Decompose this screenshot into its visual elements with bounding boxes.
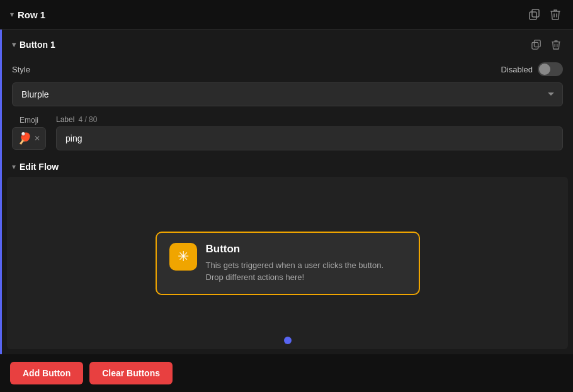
- style-right: Disabled: [501, 62, 563, 76]
- row-delete-button[interactable]: [548, 6, 563, 23]
- button-section: ▾ Button 1 Style: [0, 30, 573, 354]
- add-button[interactable]: Add Button: [10, 362, 83, 384]
- emoji-clear-icon[interactable]: ✕: [34, 134, 40, 143]
- emoji-section: Emoji 🏓 ✕: [12, 116, 46, 150]
- clear-buttons-button[interactable]: Clear Buttons: [89, 362, 173, 384]
- row-chevron-icon[interactable]: ▾: [10, 10, 14, 19]
- row-title: Row 1: [18, 9, 45, 20]
- flow-dot: [284, 337, 292, 344]
- emoji-picker[interactable]: 🏓 ✕: [12, 127, 46, 150]
- flow-button-icon-symbol: ✳: [178, 249, 189, 265]
- emoji-label-row: Emoji 🏓 ✕ Label 4 / 80: [2, 113, 573, 157]
- button-chevron-icon[interactable]: ▾: [12, 40, 16, 49]
- svg-rect-2: [532, 42, 538, 49]
- svg-rect-1: [532, 9, 539, 17]
- label-count: 4 / 80: [78, 115, 97, 124]
- edit-flow-chevron-icon: ▾: [12, 162, 16, 171]
- edit-flow-label: Edit Flow: [20, 162, 59, 172]
- disabled-toggle[interactable]: [538, 62, 563, 76]
- style-select-wrapper: Blurple Grey Green Red Link: [2, 82, 573, 113]
- label-header: Label 4 / 80: [56, 115, 563, 124]
- button-title: Button 1: [20, 40, 55, 50]
- svg-rect-3: [534, 40, 540, 47]
- style-label: Style: [12, 65, 30, 74]
- bottom-bar: Add Button Clear Buttons: [0, 354, 573, 392]
- emoji-text: Emoji: [20, 116, 38, 125]
- label-section: Label 4 / 80: [56, 115, 563, 150]
- label-input[interactable]: [56, 126, 563, 150]
- row-header-actions: [526, 6, 563, 23]
- main-container: ▾ Row 1 ▾ Button 1: [0, 0, 573, 392]
- row-header-left: ▾ Row 1: [10, 9, 45, 20]
- flow-button-title: Button: [206, 243, 406, 255]
- row-header: ▾ Row 1: [0, 0, 573, 30]
- svg-rect-0: [530, 12, 536, 20]
- flow-button-content: Button This gets triggered when a user c…: [206, 243, 406, 284]
- edit-flow-header[interactable]: ▾ Edit Flow: [2, 157, 573, 177]
- row-copy-button[interactable]: [526, 6, 543, 23]
- emoji-display: 🏓: [18, 132, 31, 145]
- button-section-header: ▾ Button 1: [2, 30, 573, 60]
- flow-button-icon: ✳: [169, 243, 197, 271]
- style-select[interactable]: Blurple Grey Green Red Link: [12, 82, 563, 106]
- button-copy-button[interactable]: [529, 37, 544, 52]
- flow-canvas: ✳ Button This gets triggered when a user…: [7, 177, 568, 349]
- disabled-label: Disabled: [501, 65, 533, 74]
- label-text: Label: [56, 115, 74, 124]
- style-row: Style Disabled: [2, 60, 573, 82]
- flow-button-desc: This gets triggered when a user clicks t…: [206, 259, 406, 284]
- button-delete-button[interactable]: [549, 37, 563, 52]
- flow-button-card[interactable]: ✳ Button This gets triggered when a user…: [156, 232, 420, 295]
- button-section-title: ▾ Button 1: [12, 40, 55, 50]
